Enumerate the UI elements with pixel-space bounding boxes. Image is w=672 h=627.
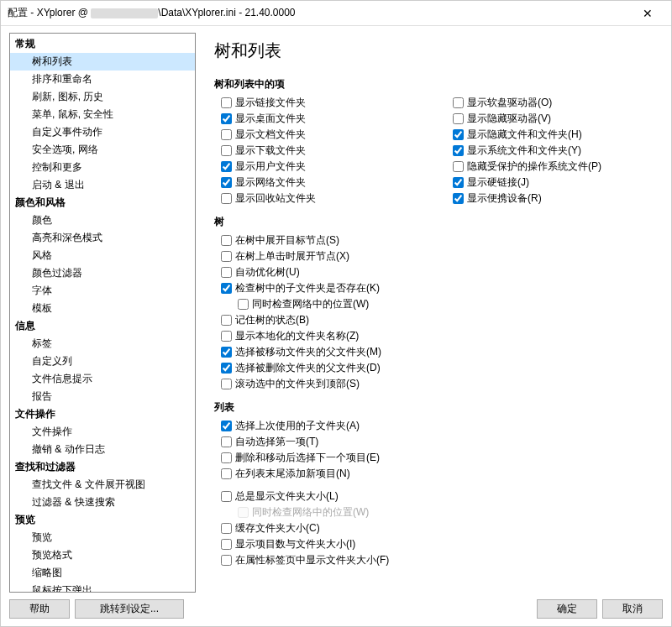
option-checkbox[interactable] (453, 161, 464, 172)
option-checkbox[interactable] (453, 129, 464, 140)
option-label[interactable]: 显示回收站文件夹 (235, 191, 316, 206)
option-label[interactable]: 显示用户文件夹 (235, 159, 306, 174)
tree-item[interactable]: 颜色 (10, 212, 195, 229)
option-label[interactable]: 在列表末尾添加新项目(N) (235, 467, 350, 481)
tree-item[interactable]: 高亮和深色模式 (10, 229, 195, 247)
tree-category[interactable]: 预览 (10, 511, 195, 529)
option-label[interactable]: 显示下载文件夹 (235, 144, 306, 158)
tree-item[interactable]: 文件信息提示 (10, 370, 195, 388)
option-checkbox[interactable] (221, 468, 232, 479)
option-label[interactable]: 自动选择第一项(T) (235, 435, 318, 449)
tree-item[interactable]: 风格 (10, 247, 195, 264)
option-checkbox[interactable] (453, 177, 464, 188)
option-checkbox[interactable] (221, 97, 232, 108)
jump-to-setting-button[interactable]: 跳转到设定... (75, 599, 184, 619)
option-checkbox[interactable] (221, 331, 232, 342)
tree-item[interactable]: 字体 (10, 282, 195, 300)
option-checkbox[interactable] (453, 113, 464, 124)
option-checkbox[interactable] (221, 523, 232, 534)
option-label[interactable]: 选择被删除文件夹的父文件夹(D) (235, 361, 381, 375)
tree-item[interactable]: 自定义事件动作 (10, 123, 195, 141)
tree-category[interactable]: 文件操作 (10, 405, 195, 423)
option-checkbox[interactable] (221, 436, 232, 447)
tree-category[interactable]: 常规 (10, 35, 195, 53)
option-checkbox[interactable] (221, 315, 232, 326)
option-checkbox[interactable] (221, 161, 232, 172)
tree-item[interactable]: 预览格式 (10, 546, 195, 564)
tree-item[interactable]: 刷新, 图标, 历史 (10, 88, 195, 106)
close-icon[interactable]: ✕ (631, 2, 664, 25)
option-checkbox[interactable] (221, 193, 232, 204)
option-label[interactable]: 显示项目数与文件夹大小(I) (235, 537, 355, 551)
option-label[interactable]: 显示系统文件和文件夹(Y) (467, 144, 581, 158)
tree-item[interactable]: 自定义列 (10, 353, 195, 370)
option-label[interactable]: 显示硬链接(J) (467, 175, 529, 190)
option-checkbox[interactable] (221, 283, 232, 294)
tree-item[interactable]: 查找文件 & 文件展开视图 (10, 476, 195, 494)
tree-item[interactable]: 控制和更多 (10, 159, 195, 176)
tree-item[interactable]: 颜色过滤器 (10, 264, 195, 282)
option-label[interactable]: 删除和移动后选择下一个项目(E) (235, 451, 380, 465)
category-tree[interactable]: 常规树和列表排序和重命名刷新, 图标, 历史菜单, 鼠标, 安全性自定义事件动作… (9, 33, 196, 593)
tree-item[interactable]: 安全选项, 网络 (10, 141, 195, 159)
tree-item[interactable]: 过滤器 & 快速搜索 (10, 494, 195, 511)
tree-item[interactable]: 缩略图 (10, 564, 195, 582)
tree-item[interactable]: 排序和重命名 (10, 71, 195, 88)
option-label[interactable]: 总是显示文件夹大小(L) (235, 489, 339, 504)
option-checkbox[interactable] (453, 145, 464, 156)
option-label[interactable]: 显示桌面文件夹 (235, 112, 306, 126)
option-label[interactable]: 自动优化树(U) (235, 265, 300, 280)
tree-category[interactable]: 颜色和风格 (10, 194, 195, 212)
option-label[interactable]: 显示链接文件夹 (235, 96, 306, 110)
option-checkbox[interactable] (221, 113, 232, 124)
tree-item[interactable]: 树和列表 (10, 53, 195, 71)
option-label[interactable]: 在属性标签页中显示文件夹大小(F) (235, 553, 389, 567)
option-label[interactable]: 显示隐藏驱动器(V) (467, 112, 551, 126)
tree-item[interactable]: 菜单, 鼠标, 安全性 (10, 106, 195, 123)
option-checkbox[interactable] (221, 347, 232, 358)
tree-item[interactable]: 模板 (10, 300, 195, 317)
option-label[interactable]: 记住树的状态(B) (235, 313, 309, 327)
option-label[interactable]: 隐藏受保护的操作系统文件(P) (467, 159, 601, 174)
option-label[interactable]: 缓存文件夹大小(C) (235, 521, 320, 536)
tree-item[interactable]: 标签 (10, 335, 195, 353)
tree-item[interactable]: 文件操作 (10, 423, 195, 441)
cancel-button[interactable]: 取消 (602, 599, 663, 619)
tree-item[interactable]: 报告 (10, 388, 195, 405)
option-label[interactable]: 选择上次使用的子文件夹(A) (235, 419, 360, 433)
option-checkbox[interactable] (221, 235, 232, 246)
option-checkbox[interactable] (453, 97, 464, 108)
option-checkbox[interactable] (221, 267, 232, 278)
option-label[interactable]: 显示文档文件夹 (235, 128, 306, 142)
option-checkbox[interactable] (221, 129, 232, 140)
option-checkbox[interactable] (221, 539, 232, 550)
option-checkbox[interactable] (221, 555, 232, 566)
tree-category[interactable]: 信息 (10, 317, 195, 335)
option-label[interactable]: 显示隐藏文件和文件夹(H) (467, 128, 582, 142)
ok-button[interactable]: 确定 (537, 599, 597, 619)
tree-item[interactable]: 启动 & 退出 (10, 176, 195, 194)
option-label[interactable]: 显示软盘驱动器(O) (467, 96, 552, 110)
option-checkbox[interactable] (221, 452, 232, 463)
option-checkbox[interactable] (453, 193, 464, 204)
option-label[interactable]: 检查树中的子文件夹是否存在(K) (235, 281, 380, 295)
tree-item[interactable]: 撤销 & 动作日志 (10, 441, 195, 458)
option-label[interactable]: 在树中展开目标节点(S) (235, 233, 339, 248)
tree-item[interactable]: 预览 (10, 529, 195, 546)
help-button[interactable]: 帮助 (9, 599, 70, 619)
option-label[interactable]: 显示便携设备(R) (467, 191, 542, 206)
option-checkbox[interactable] (221, 421, 232, 431)
option-label[interactable]: 显示本地化的文件夹名称(Z) (235, 329, 359, 343)
tree-category[interactable]: 查找和过滤器 (10, 458, 195, 476)
option-checkbox[interactable] (221, 177, 232, 188)
option-checkbox[interactable] (221, 251, 232, 262)
option-label[interactable]: 滚动选中的文件夹到顶部(S) (235, 377, 360, 391)
option-label[interactable]: 显示网络文件夹 (235, 175, 306, 190)
tree-item[interactable]: 鼠标按下弹出 (10, 582, 195, 593)
option-label[interactable]: 在树上单击时展开节点(X) (235, 249, 349, 264)
option-checkbox[interactable] (238, 299, 249, 310)
option-label[interactable]: 选择被移动文件夹的父文件夹(M) (235, 345, 381, 359)
option-checkbox[interactable] (221, 379, 232, 389)
option-checkbox[interactable] (221, 491, 232, 502)
option-label[interactable]: 同时检查网络中的位置(W) (252, 297, 369, 311)
